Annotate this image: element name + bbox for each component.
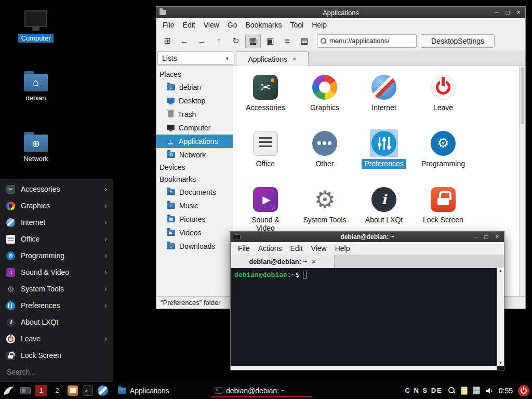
power-button[interactable] [518,385,529,396]
menu-item-sound-video[interactable]: Sound & Video › [0,264,113,281]
sidebar-item-documents[interactable]: ≡ Documents [156,185,233,199]
grid-item-preferences[interactable]: Preferences [362,129,406,169]
minimize-button[interactable]: – [493,7,500,18]
sidebar-item-pictures[interactable]: ▦ Pictures [156,212,233,226]
updates-tray-icon[interactable] [473,387,480,394]
forward-button[interactable]: → [194,34,209,48]
grid-item-lock-screen[interactable]: Lock Screen [420,185,466,234]
terminal-titlebar[interactable]: debian@debian: ~ – □ × [231,232,504,242]
grid-item-accessories[interactable]: ✂ Accessories [243,73,287,113]
menu-help[interactable]: Help [308,19,331,31]
menu-view[interactable]: View [307,243,331,254]
sidebar-item-downloads[interactable]: ↓ Downloads [156,240,233,253]
tab-applications[interactable]: Applications × [236,51,309,66]
menu-item-leave[interactable]: Leave › [0,330,113,347]
menu-item-internet[interactable]: Internet › [0,214,113,231]
grid-item-leave[interactable]: Leave [429,73,457,113]
compact-view-button[interactable]: ≡ [280,34,295,48]
menu-bookmarks[interactable]: Bookmarks [241,19,286,31]
terminal-screen[interactable]: debian@debian:~$ [231,268,497,366]
sidebar-item-network[interactable]: ⊕ Network [156,148,233,162]
task-button-terminal[interactable]: debian@debian: ~ [215,382,316,399]
menu-item-preferences[interactable]: Preferences › [0,297,113,314]
maximize-button[interactable]: □ [483,232,490,242]
menu-file[interactable]: File [158,19,179,31]
grid-item-other[interactable]: Other [311,129,339,169]
quicklaunch-terminal-icon[interactable] [83,385,93,396]
close-button[interactable]: × [515,7,522,18]
path-input[interactable] [329,37,413,45]
menu-search[interactable] [0,365,113,379]
menu-item-accessories[interactable]: Accessories › [0,181,113,197]
thumbnail-view-button[interactable]: ▣ [262,34,278,48]
menu-view[interactable]: View [200,19,223,31]
sidebar-item-desktop[interactable]: Desktop [156,94,233,108]
grid-item-office[interactable]: Office [251,129,280,169]
menu-item-graphics[interactable]: Graphics › [0,197,113,214]
menu-tool[interactable]: Tool [286,19,308,31]
sidebar-item-music[interactable]: ♪ Music [156,199,233,212]
desktop-icon-debian[interactable]: ⌂ debian [15,71,57,102]
close-button[interactable]: × [494,232,501,242]
fm-titlebar[interactable]: Applications – □ × [156,7,525,18]
desktop-settings-button[interactable]: DesktopSettings [421,34,495,48]
volume-icon[interactable] [485,387,494,395]
scroll-down-icon[interactable]: ▼ [499,361,503,365]
menu-item-system-tools[interactable]: System Tools › [0,281,113,297]
minimize-button[interactable]: – [472,232,479,242]
terminal-scrollbar[interactable]: ▲ ▼ [497,268,504,366]
icon-view-button[interactable]: ▦ [245,34,261,48]
quicklaunch-browser-icon[interactable] [98,385,108,396]
tab-close-icon[interactable]: × [312,258,316,265]
terminal-tab[interactable]: debian@debian: ~ × [231,255,335,268]
sidebar-mode-combo[interactable]: Lists ▾ [157,51,233,65]
clock[interactable]: 0:55 [499,387,513,395]
menu-item-about-lxqt[interactable]: About LXQt [0,314,113,330]
search-input[interactable] [7,368,107,376]
path-bar[interactable] [317,34,417,48]
sidebar-item-debian[interactable]: ⌂ debian [156,81,233,94]
sidebar-item-videos[interactable]: ▶ Videos [156,226,233,240]
terminal-hscrollbar[interactable] [231,366,497,370]
menu-file[interactable]: File [234,243,254,254]
sidebar-item-computer[interactable]: Computer [156,121,233,135]
quicklaunch-icon-1[interactable] [68,385,78,396]
menu-help[interactable]: Help [331,243,354,254]
grid-item-about-lxqt[interactable]: i About LXQt [363,185,405,234]
resize-grip[interactable] [497,366,504,370]
detailed-view-button[interactable]: ▤ [297,34,312,48]
menu-item-office[interactable]: Office › [0,231,113,247]
tab-close-icon[interactable]: × [292,55,297,63]
main-menu-button[interactable] [3,385,16,396]
refresh-button[interactable]: ↻ [228,34,244,48]
workspace-2-button[interactable]: 2 [51,385,63,396]
maximize-button[interactable]: □ [504,7,511,18]
menu-actions[interactable]: Actions [254,243,286,254]
grid-item-programming[interactable]: ⚙ Programming [419,129,468,169]
show-desktop-button[interactable] [20,387,31,394]
keyboard-indicator[interactable]: C N S DE [405,387,442,394]
grid-item-system-tools[interactable]: ⚙ System Tools [301,185,349,234]
desktop-icon-computer[interactable]: Computer [15,10,57,43]
grid-item-sound-video[interactable]: ▶ Sound & Video [248,185,283,234]
task-button-applications[interactable]: Applications [118,387,169,395]
magnifier-tray-icon[interactable] [448,387,456,394]
scroll-up-icon[interactable]: ▲ [499,269,503,273]
scrollbar-thumb[interactable] [521,67,524,124]
workspace-1-button[interactable]: 1 [35,385,47,396]
menu-item-programming[interactable]: Programming › [0,247,113,264]
new-tab-button[interactable]: ⊞ [159,34,175,48]
up-button[interactable]: ↑ [211,34,227,48]
fm-scrollbar[interactable] [519,66,525,296]
sidebar-item-applications[interactable]: ↓ Applications [156,135,233,148]
clipboard-tray-icon[interactable] [461,387,468,395]
menu-edit[interactable]: Edit [179,19,200,31]
sidebar-item-trash[interactable]: Trash [156,108,233,121]
grid-item-graphics[interactable]: Graphics [308,73,342,113]
menu-go[interactable]: Go [223,19,242,31]
menu-edit[interactable]: Edit [286,243,307,254]
desktop-icon-network[interactable]: ⊕ Network [15,131,57,163]
menu-item-lock-screen[interactable]: Lock Screen [0,347,113,364]
back-button[interactable]: ← [177,34,192,48]
grid-item-internet[interactable]: Internet [369,73,398,113]
